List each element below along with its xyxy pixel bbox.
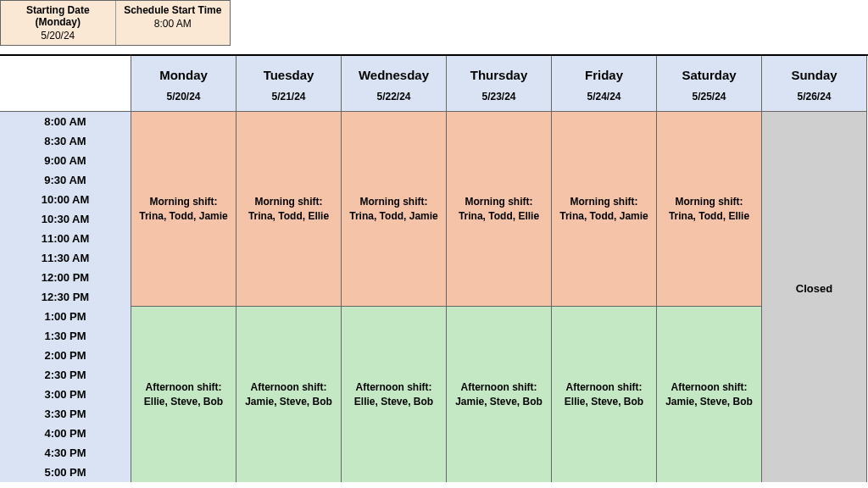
time-slot: 3:30 PM <box>0 404 131 424</box>
day-head-saturday: Saturday 5/25/24 <box>657 56 762 112</box>
morning-shift-cell[interactable]: Morning shift: Trina, Todd, Jamie <box>342 112 446 307</box>
closed-label: Closed <box>796 282 832 295</box>
day-col-monday: Morning shift: Trina, Todd, Jamie Aftern… <box>131 112 236 482</box>
day-col-saturday: Morning shift: Trina, Todd, Ellie Aftern… <box>657 112 762 482</box>
time-column: 8:00 AM 8:30 AM 9:00 AM 9:30 AM 10:00 AM… <box>0 112 131 482</box>
time-slot: 10:00 AM <box>0 190 131 209</box>
time-slot: 9:30 AM <box>0 170 131 190</box>
starting-date-cell: Starting Date (Monday) 5/20/24 <box>1 1 116 45</box>
starting-date-value: 5/20/24 <box>6 30 110 42</box>
closed-cell[interactable]: Closed <box>762 112 866 482</box>
day-name: Saturday <box>660 68 758 82</box>
starting-date-label: Starting Date (Monday) <box>6 4 110 28</box>
time-slot: 1:30 PM <box>0 326 131 346</box>
time-slot: 11:00 AM <box>0 229 131 248</box>
day-head-tuesday: Tuesday 5/21/24 <box>236 56 342 112</box>
day-date: 5/22/24 <box>345 91 442 103</box>
time-slot: 12:30 PM <box>0 287 131 307</box>
day-head-wednesday: Wednesday 5/22/24 <box>342 56 447 112</box>
day-date: 5/25/24 <box>660 91 758 103</box>
time-slot: 3:00 PM <box>0 385 131 404</box>
afternoon-shift-cell[interactable]: Afternoon shift: Ellie, Steve, Bob <box>552 307 656 482</box>
day-date: 5/26/24 <box>765 91 863 103</box>
start-time-value: 8:00 AM <box>121 18 225 30</box>
day-head-monday: Monday 5/20/24 <box>131 56 236 112</box>
day-name: Tuesday <box>240 68 337 82</box>
morning-shift-cell[interactable]: Morning shift: Trina, Todd, Ellie <box>657 112 761 307</box>
day-name: Wednesday <box>345 68 442 82</box>
time-slot: 9:00 AM <box>0 151 131 170</box>
morning-shift-cell[interactable]: Morning shift: Trina, Todd, Jamie <box>552 112 656 307</box>
calendar-grid: Monday 5/20/24 Tuesday 5/21/24 Wednesday… <box>0 54 868 482</box>
afternoon-shift-cell[interactable]: Afternoon shift: Ellie, Steve, Bob <box>342 307 446 482</box>
time-slot: 10:30 AM <box>0 209 131 229</box>
day-col-thursday: Morning shift: Trina, Todd, Ellie Aftern… <box>447 112 552 482</box>
time-slot: 8:00 AM <box>0 112 131 131</box>
time-slot: 8:30 AM <box>0 131 131 151</box>
day-name: Sunday <box>765 68 863 82</box>
afternoon-shift-cell[interactable]: Afternoon shift: Ellie, Steve, Bob <box>131 307 236 482</box>
schedule-sheet: Starting Date (Monday) 5/20/24 Schedule … <box>0 0 868 488</box>
day-date: 5/24/24 <box>555 91 653 103</box>
time-slot: 11:30 AM <box>0 248 131 268</box>
time-slot: 1:00 PM <box>0 307 131 326</box>
meta-block: Starting Date (Monday) 5/20/24 Schedule … <box>0 0 231 46</box>
time-slot: 12:00 PM <box>0 268 131 287</box>
start-time-label: Schedule Start Time <box>121 4 225 16</box>
afternoon-shift-cell[interactable]: Afternoon shift: Jamie, Steve, Bob <box>236 307 341 482</box>
time-slot: 2:00 PM <box>0 346 131 365</box>
corner-blank <box>0 56 131 112</box>
time-slot: 2:30 PM <box>0 365 131 385</box>
afternoon-shift-cell[interactable]: Afternoon shift: Jamie, Steve, Bob <box>657 307 761 482</box>
day-name: Thursday <box>450 68 548 82</box>
day-date: 5/23/24 <box>450 91 548 103</box>
morning-shift-cell[interactable]: Morning shift: Trina, Todd, Ellie <box>447 112 551 307</box>
day-name: Monday <box>135 68 232 82</box>
day-col-sunday: Closed <box>762 112 867 482</box>
day-col-tuesday: Morning shift: Trina, Todd, Ellie Aftern… <box>236 112 342 482</box>
day-col-friday: Morning shift: Trina, Todd, Jamie Aftern… <box>552 112 657 482</box>
afternoon-shift-cell[interactable]: Afternoon shift: Jamie, Steve, Bob <box>447 307 551 482</box>
time-slot: 5:00 PM <box>0 463 131 482</box>
morning-shift-cell[interactable]: Morning shift: Trina, Todd, Ellie <box>236 112 341 307</box>
day-date: 5/21/24 <box>240 91 337 103</box>
day-name: Friday <box>555 68 653 82</box>
day-head-sunday: Sunday 5/26/24 <box>762 56 867 112</box>
time-slot: 4:00 PM <box>0 424 131 443</box>
time-slot: 4:30 PM <box>0 443 131 463</box>
morning-shift-cell[interactable]: Morning shift: Trina, Todd, Jamie <box>131 112 236 307</box>
start-time-cell: Schedule Start Time 8:00 AM <box>116 1 231 45</box>
day-head-thursday: Thursday 5/23/24 <box>447 56 552 112</box>
day-date: 5/20/24 <box>135 91 232 103</box>
day-col-wednesday: Morning shift: Trina, Todd, Jamie Aftern… <box>342 112 447 482</box>
day-head-friday: Friday 5/24/24 <box>552 56 657 112</box>
